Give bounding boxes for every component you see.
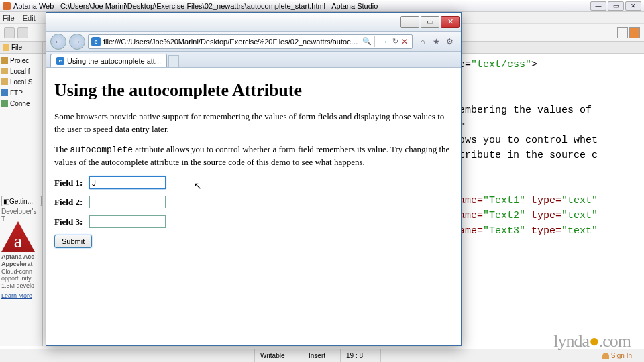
person-icon xyxy=(602,353,609,359)
toolbar-icon[interactable] xyxy=(4,27,15,38)
aptana-title: Aptana Web - C:\Users\Joe Marini\Desktop… xyxy=(13,2,378,10)
tree-item-connections[interactable]: Conne xyxy=(1,98,41,109)
ie-close-button[interactable]: ✕ xyxy=(441,16,460,28)
menu-file[interactable]: File xyxy=(3,14,15,22)
browser-tab[interactable]: e Using the autocomplete att... xyxy=(50,54,167,67)
new-tab-button[interactable] xyxy=(168,55,179,67)
folder-icon xyxy=(3,44,9,51)
stop-icon[interactable]: ✕ xyxy=(401,37,408,46)
search-icon[interactable]: 🔍 xyxy=(362,37,372,46)
address-bar[interactable]: e file:///C:/Users/Joe%20Marini/Desktop/… xyxy=(88,34,413,49)
tree-label: Local S xyxy=(10,78,32,86)
url-text: file:///C:/Users/Joe%20Marini/Desktop/Ex… xyxy=(103,38,360,46)
field2-label: Field 2: xyxy=(54,196,89,208)
file-view-tab[interactable]: File xyxy=(0,42,42,54)
tree-item-local-s[interactable]: Local S xyxy=(1,76,41,87)
favorites-icon[interactable]: ★ xyxy=(431,37,441,46)
aptana-lower-panel: ◧ Gettin... Developer's T xyxy=(0,194,43,224)
page-content: Using the autocomplete Attribute Some br… xyxy=(46,68,461,259)
file-tree: Projec Local f Local S FTP Conne xyxy=(0,54,42,110)
promo-text: Aptana Acc Appcelerat Cloud-conn opportu… xyxy=(1,253,42,290)
ie-minimize-button[interactable]: — xyxy=(400,16,419,28)
status-writable: Writable xyxy=(255,349,303,362)
ie-favicon: e xyxy=(56,57,64,65)
aptana-statusbar: Writable Insert 19 : 8 Sign In xyxy=(0,349,644,362)
getting-label: Gettin... xyxy=(9,198,33,205)
form-row-3: Field 3: xyxy=(54,215,453,228)
page-heading: Using the autocomplete Attribute xyxy=(54,78,453,103)
ie-maximize-button[interactable]: ▭ xyxy=(421,16,439,28)
menu-edit[interactable]: Edit xyxy=(23,14,36,22)
refresh-icon[interactable]: ↻ xyxy=(392,37,398,46)
field1-label: Field 1: xyxy=(54,177,89,189)
aptana-titlebar: Aptana Web - C:\Users\Joe Marini\Desktop… xyxy=(0,0,644,12)
status-cursor-pos: 19 : 8 xyxy=(341,349,381,362)
field3-input[interactable] xyxy=(89,215,166,228)
forward-button[interactable]: → xyxy=(69,34,85,50)
intro-paragraph: Some browsers provide native support for… xyxy=(54,111,453,135)
aptana-app-icon xyxy=(3,2,11,10)
disk-icon xyxy=(1,78,8,85)
field2-input[interactable] xyxy=(89,196,166,208)
ie-titlebar[interactable]: — ▭ ✕ xyxy=(46,13,461,32)
tree-item-local[interactable]: Local f xyxy=(1,66,41,76)
tree-label: Local f xyxy=(10,68,30,75)
close-button[interactable]: ✕ xyxy=(625,1,641,11)
submit-button[interactable]: Submit xyxy=(54,235,92,248)
aptana-sidebar: File Projec Local f Local S FTP Conne xyxy=(0,42,43,346)
ftp-icon xyxy=(1,89,8,96)
status-spacer xyxy=(0,349,255,362)
ie-right-icons: ⌂ ★ ⚙ xyxy=(415,37,457,46)
aptana-logo-icon: a xyxy=(1,221,35,252)
tree-item-project[interactable]: Projec xyxy=(1,55,41,66)
tree-label: Projec xyxy=(10,57,29,64)
file-tab-label: File xyxy=(11,44,22,51)
form-row-1: Field 1: xyxy=(54,176,453,189)
maximize-button[interactable]: ▭ xyxy=(608,1,624,11)
aptana-promo: a Aptana Acc Appcelerat Cloud-conn oppor… xyxy=(1,221,42,299)
desc-paragraph: The autocomplete attribute allows you to… xyxy=(54,143,453,168)
tools-icon[interactable]: ⚙ xyxy=(445,37,454,46)
tree-label: FTP xyxy=(10,89,23,97)
go-icon[interactable]: → xyxy=(380,37,388,46)
ie-navbar: ← → e file:///C:/Users/Joe%20Marini/Desk… xyxy=(46,32,461,52)
back-button[interactable]: ← xyxy=(50,34,66,50)
field1-input[interactable] xyxy=(89,176,166,189)
status-insert: Insert xyxy=(303,349,341,362)
aptana-window-buttons: — ▭ ✕ xyxy=(590,1,641,11)
perspective-switcher xyxy=(617,27,640,38)
learn-more-link[interactable]: Learn More xyxy=(1,292,32,299)
project-icon xyxy=(1,57,8,64)
ie-window: — ▭ ✕ ← → e file:///C:/Users/Joe%20Marin… xyxy=(46,12,462,346)
form-row-2: Field 2: xyxy=(54,196,453,208)
minimize-button[interactable]: — xyxy=(590,1,606,11)
field3-label: Field 3: xyxy=(54,216,89,228)
home-icon[interactable]: ⌂ xyxy=(418,37,427,46)
perspective-icon[interactable] xyxy=(617,27,628,38)
divider xyxy=(374,36,375,47)
ie-page-icon: e xyxy=(91,37,101,46)
toolbar-icon[interactable] xyxy=(17,27,28,38)
tree-item-ftp[interactable]: FTP xyxy=(1,87,41,98)
getting-started-tab[interactable]: ◧ Gettin... xyxy=(1,196,42,206)
perspective-aptana-icon[interactable] xyxy=(629,27,640,38)
ie-tabstrip: e Using the autocomplete att... xyxy=(46,52,461,68)
developers-tab[interactable]: Developer's T xyxy=(1,208,42,223)
disk-icon xyxy=(1,68,8,74)
tab-title: Using the autocomplete att... xyxy=(67,57,161,65)
connection-icon xyxy=(1,100,8,107)
tree-label: Conne xyxy=(10,100,30,107)
signin-link[interactable]: Sign In xyxy=(602,352,644,359)
